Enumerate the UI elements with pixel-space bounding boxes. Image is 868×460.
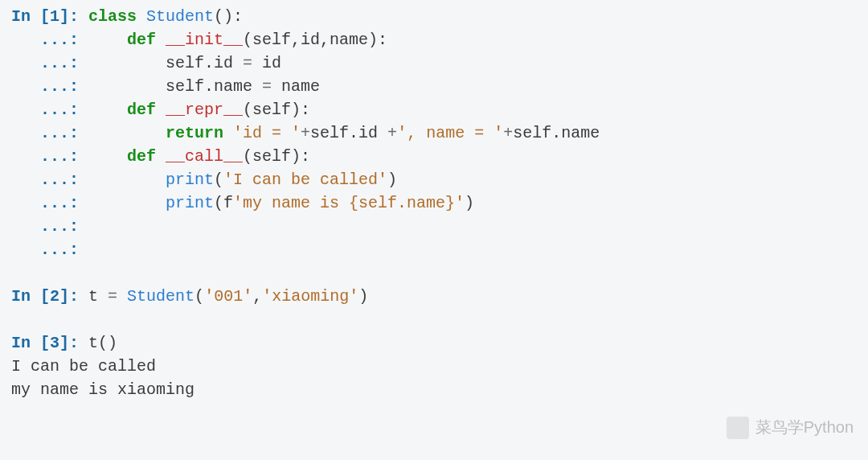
code-line: ...: self.name = name [11, 75, 857, 98]
code-line: ...: def __repr__(self): [11, 98, 857, 121]
watermark-text: 菜鸟学Python [755, 416, 854, 439]
token-str: ', name = ' [397, 124, 503, 142]
blank-line [11, 308, 857, 331]
continuation-prompt: ...: [11, 170, 88, 189]
continuation-prompt: ...: [11, 147, 88, 166]
token-plain: ) [358, 287, 368, 306]
token-plain: ( [194, 287, 204, 306]
token-plain: (self): [243, 147, 310, 166]
prompt-close: ]: [59, 7, 88, 26]
token-str: 'xiaoming' [262, 287, 358, 306]
token-fn-blue: Student [127, 287, 194, 306]
token-plain [156, 31, 166, 49]
continuation-prompt: ...: [11, 31, 88, 49]
watermark: 菜鸟学Python [727, 416, 854, 439]
token-plain [117, 287, 127, 306]
token-op: + [387, 124, 397, 142]
token-name-red: __init__ [166, 31, 243, 49]
output-line: my name is xiaoming [11, 378, 857, 401]
code-line: In [2]: t = Student('001','xiaoming') [11, 285, 857, 308]
token-op: = [262, 77, 272, 96]
token-plain: , [252, 287, 262, 306]
continuation-prompt: ...: [11, 194, 88, 212]
code-line: In [1]: class Student(): [11, 5, 857, 28]
continuation-prompt: ...: [11, 77, 88, 96]
token-plain [137, 7, 146, 26]
prompt-in: In [ [11, 334, 50, 352]
token-str: '001' [204, 287, 252, 306]
token-plain: self.id [88, 54, 243, 72]
prompt-close: ]: [59, 334, 88, 352]
token-plain [88, 101, 127, 119]
token-name-red: __call__ [166, 147, 243, 166]
code-line: ...: print(f'my name is {self.name}') [11, 191, 857, 215]
prompt-number: 3 [50, 334, 59, 352]
prompt-close: ]: [59, 287, 88, 306]
prompt-in: In [ [11, 287, 50, 306]
token-plain: self.name [513, 124, 600, 142]
token-plain: t [88, 287, 108, 306]
token-str: 'id = ' [233, 124, 301, 142]
prompt-number: 1 [50, 7, 59, 26]
token-kw-def: def [127, 31, 156, 49]
token-plain [88, 124, 166, 142]
token-plain: (): [214, 7, 243, 26]
token-kw-green: class [88, 7, 137, 26]
token-op: = [243, 54, 252, 72]
continuation-prompt: ...: [11, 124, 88, 142]
token-plain [88, 170, 166, 189]
token-op: = [108, 287, 117, 306]
output-line: I can be called [11, 355, 857, 378]
input-prompt: In [2]: [11, 287, 88, 306]
continuation-prompt: ...: [11, 217, 88, 236]
code-line: ...: return 'id = '+self.id +', name = '… [11, 121, 857, 145]
token-plain: self.id [310, 124, 387, 142]
continuation-prompt: ...: [11, 240, 88, 259]
token-plain: ( [214, 170, 223, 189]
token-plain: name [272, 77, 320, 96]
token-plain: id [252, 54, 281, 72]
token-plain [156, 147, 166, 166]
prompt-in: In [ [11, 7, 50, 26]
token-plain: (f [214, 194, 233, 212]
code-line: ...: [11, 215, 857, 238]
token-op: + [503, 124, 513, 142]
token-fn-blue: print [166, 170, 214, 189]
token-plain [88, 31, 127, 49]
blank-line [11, 261, 857, 285]
token-plain [156, 101, 166, 119]
input-prompt: In [1]: [11, 7, 88, 26]
token-kw-def: def [127, 147, 156, 166]
token-fn-blue: print [166, 194, 214, 212]
continuation-prompt: ...: [11, 101, 88, 119]
token-op: + [301, 124, 310, 142]
token-str: 'I can be called' [223, 170, 387, 189]
prompt-number: 2 [50, 287, 59, 306]
token-fn-blue: Student [146, 7, 214, 26]
wechat-icon [727, 417, 749, 439]
token-plain [223, 124, 233, 142]
token-plain: ) [465, 194, 474, 212]
code-line: In [3]: t() [11, 331, 857, 355]
token-name-red: __repr__ [166, 101, 243, 119]
code-line: ...: def __init__(self,id,name): [11, 28, 857, 51]
token-plain: ) [387, 170, 397, 189]
code-line: ...: print('I can be called') [11, 168, 857, 191]
code-line: ...: [11, 238, 857, 261]
input-prompt: In [3]: [11, 334, 88, 352]
token-str: 'my name is {self.name}' [233, 194, 465, 212]
code-line: ...: def __call__(self): [11, 145, 857, 168]
token-plain: self.name [88, 77, 262, 96]
token-plain: (self,id,name): [243, 31, 387, 49]
token-plain [88, 147, 127, 166]
token-kw-def: def [127, 101, 156, 119]
code-line: ...: self.id = id [11, 51, 857, 75]
ipython-session: In [1]: class Student(): ...: def __init… [11, 5, 857, 401]
token-plain: t() [88, 334, 117, 352]
token-kw-green: return [166, 124, 223, 142]
token-plain [88, 194, 166, 212]
continuation-prompt: ...: [11, 54, 88, 72]
token-plain: (self): [243, 101, 310, 119]
